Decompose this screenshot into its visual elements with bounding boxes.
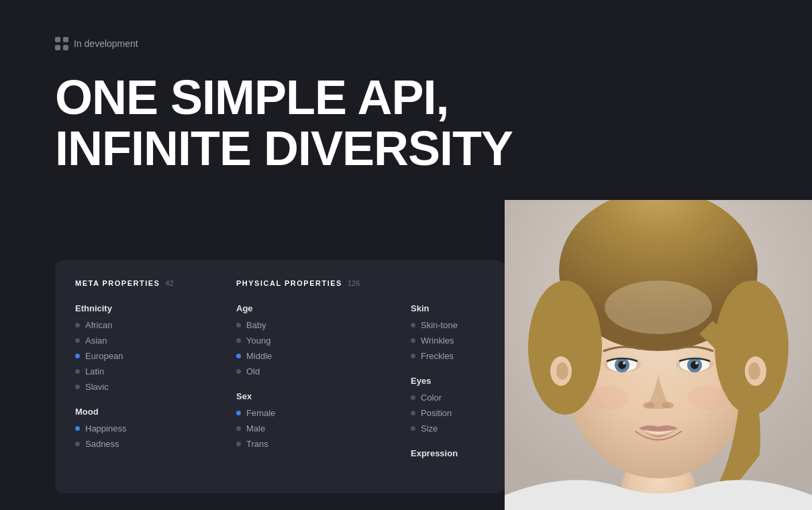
sex-title: Sex (236, 391, 411, 401)
card-headers: META PROPERTIES 42 PHYSICAL PROPERTIES 1… (75, 279, 485, 287)
dot-icon (411, 338, 415, 343)
item-label: Baby (246, 320, 266, 330)
dot-icon (411, 411, 415, 415)
svg-point-17 (643, 402, 655, 409)
dot-icon (75, 442, 80, 446)
physical-properties-header: PHYSICAL PROPERTIES 126 (236, 279, 360, 287)
list-item: Female (236, 408, 411, 418)
dot-icon (236, 369, 241, 374)
item-label: Old (246, 366, 260, 376)
mood-group: Mood Happiness Sadness (75, 407, 236, 449)
item-label: European (85, 351, 123, 361)
svg-point-23 (556, 362, 568, 380)
hero-section: ONE SIMPLE API, INFINITE DIVERSITY (55, 72, 513, 174)
dot-icon (411, 426, 415, 431)
svg-point-6 (605, 280, 712, 334)
svg-point-19 (589, 386, 629, 410)
list-item: Asian (75, 336, 236, 346)
dot-icon (75, 385, 80, 389)
badge-label: In development (74, 38, 138, 49)
ethnicity-group: Ethnicity African Asian European Latin (75, 303, 236, 392)
list-item: Baby (236, 320, 411, 330)
svg-point-20 (688, 386, 728, 410)
list-item: Old (236, 366, 411, 376)
item-label: Freckles (421, 351, 454, 361)
item-label: Female (246, 408, 275, 418)
item-label: Slavic (85, 382, 109, 392)
item-label: Skin-tone (421, 320, 458, 330)
list-item: European (75, 351, 236, 361)
hero-line1: ONE SIMPLE API, INFINITE DIVERSITY (55, 72, 513, 174)
item-label: Latin (85, 366, 104, 376)
svg-point-24 (748, 362, 760, 380)
list-item: Sadness (75, 439, 236, 449)
item-label: Color (421, 393, 442, 403)
dot-icon-active (75, 354, 80, 358)
dot-icon (236, 338, 241, 343)
age-title: Age (236, 303, 411, 313)
dot-icon (75, 369, 80, 374)
dot-icon (75, 338, 80, 343)
svg-point-18 (662, 402, 674, 409)
properties-card: META PROPERTIES 42 PHYSICAL PROPERTIES 1… (55, 260, 505, 493)
item-label: Happiness (85, 423, 126, 434)
meta-properties-column: Ethnicity African Asian European Latin (75, 303, 236, 473)
ethnicity-title: Ethnicity (75, 303, 236, 313)
dot-icon (411, 395, 415, 400)
item-label: Middle (246, 351, 272, 361)
dot-icon (236, 442, 241, 446)
dot-icon (411, 354, 415, 358)
age-group: Age Baby Young Middle Old (236, 303, 411, 376)
svg-point-16 (695, 362, 698, 364)
grid-icon (55, 37, 68, 50)
list-item: Happiness (75, 423, 236, 434)
dot-icon-active (75, 426, 80, 431)
card-columns: Ethnicity African Asian European Latin (75, 303, 485, 473)
item-label: Wrinkles (421, 336, 454, 346)
dot-icon (75, 323, 80, 327)
item-label: African (85, 320, 112, 330)
item-label: Male (246, 423, 265, 434)
list-item: Latin (75, 366, 236, 376)
item-label: Young (246, 336, 270, 346)
mood-title: Mood (75, 407, 236, 417)
list-item: Trans (236, 439, 411, 449)
sex-group: Sex Female Male Trans (236, 391, 411, 449)
item-label: Asian (85, 336, 107, 346)
dot-icon-active (236, 411, 241, 415)
status-badge: In development (55, 37, 138, 50)
item-label: Size (421, 423, 438, 434)
face-image (505, 200, 812, 510)
list-item: Male (236, 423, 411, 434)
dot-icon (236, 323, 241, 327)
meta-properties-header: META PROPERTIES 42 (75, 279, 236, 287)
list-item: Middle (236, 351, 411, 361)
physical-properties-column: Age Baby Young Middle Old (236, 303, 411, 473)
meta-properties-label: META PROPERTIES (75, 279, 160, 287)
svg-point-15 (623, 362, 625, 364)
dot-icon-active (236, 354, 241, 358)
list-item: African (75, 320, 236, 330)
list-item: Young (236, 336, 411, 346)
list-item: Slavic (75, 382, 236, 392)
meta-properties-count: 42 (165, 279, 173, 287)
item-label: Sadness (85, 439, 119, 449)
physical-properties-count: 126 (348, 279, 360, 287)
physical-properties-label: PHYSICAL PROPERTIES (236, 279, 342, 287)
item-label: Position (421, 408, 452, 418)
item-label: Trans (246, 439, 268, 449)
dot-icon (236, 426, 241, 431)
dot-icon (411, 323, 415, 327)
